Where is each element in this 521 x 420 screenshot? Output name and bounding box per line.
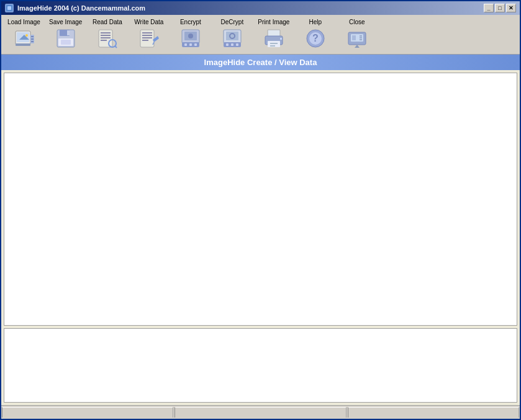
title-controls: _ □ ✕ — [484, 4, 516, 12]
svg-rect-9 — [31, 38, 34, 40]
banner-text: ImageHide Create / View Data — [204, 58, 317, 67]
write-data-label: Write Data — [134, 19, 163, 25]
svg-point-5 — [25, 34, 28, 37]
print-image-icon — [261, 27, 286, 50]
encrypt-icon — [178, 27, 203, 50]
print-image-label: Print Image — [258, 19, 289, 25]
write-data-icon — [137, 27, 161, 50]
minimize-button[interactable]: _ — [484, 4, 494, 12]
load-image-icon — [12, 27, 37, 50]
svg-line-22 — [115, 46, 117, 48]
status-pane-3 — [348, 407, 519, 418]
close-toolbar-button[interactable]: Close — [337, 17, 377, 51]
svg-rect-42 — [231, 43, 233, 46]
svg-text:?: ? — [312, 33, 319, 43]
decrypt-label: DeCrypt — [221, 19, 244, 25]
svg-rect-19 — [101, 37, 111, 38]
status-pane-1 — [2, 407, 173, 418]
svg-rect-26 — [142, 37, 152, 38]
svg-rect-15 — [61, 40, 71, 45]
svg-rect-41 — [226, 43, 229, 46]
svg-rect-18 — [101, 35, 111, 36]
svg-point-32 — [188, 34, 193, 38]
content-area — [1, 70, 520, 405]
status-bar — [1, 405, 520, 419]
help-icon: ? — [303, 27, 328, 50]
encrypt-button[interactable]: Encrypt — [170, 17, 211, 51]
write-data-button[interactable]: Write Data — [129, 17, 169, 51]
encrypt-label: Encrypt — [180, 19, 201, 25]
svg-rect-20 — [101, 40, 107, 41]
toolbar: Load Image Save Image — [1, 15, 520, 55]
svg-rect-47 — [270, 43, 278, 44]
maximize-button[interactable]: □ — [495, 4, 505, 12]
save-image-button[interactable]: Save Image — [45, 17, 86, 51]
close-label: Close — [349, 19, 365, 25]
svg-rect-35 — [189, 43, 192, 46]
banner: ImageHide Create / View Data — [1, 55, 520, 70]
svg-rect-24 — [142, 32, 152, 34]
svg-rect-13 — [67, 30, 70, 35]
svg-rect-6 — [16, 43, 30, 46]
read-data-button[interactable]: Read Data — [87, 17, 127, 51]
svg-rect-49 — [280, 38, 282, 40]
decrypt-icon — [220, 27, 245, 50]
text-input-area[interactable] — [4, 328, 517, 403]
print-image-button[interactable]: Print Image — [253, 17, 294, 51]
svg-marker-59 — [355, 45, 360, 48]
title-bar: ImageHide 2004 (c) Dancemammal.com _ □ ✕ — [1, 1, 520, 15]
decrypt-button[interactable]: DeCrypt — [212, 17, 252, 51]
status-pane-2 — [174, 407, 346, 418]
read-data-label: Read Data — [93, 19, 122, 25]
svg-rect-48 — [270, 45, 275, 47]
save-image-label: Save Image — [49, 19, 82, 25]
svg-rect-34 — [184, 43, 187, 46]
svg-rect-17 — [101, 32, 111, 34]
save-image-icon — [53, 27, 78, 50]
title-bar-left: ImageHide 2004 (c) Dancemammal.com — [5, 4, 145, 12]
close-button[interactable]: ✕ — [506, 4, 516, 12]
svg-rect-1 — [7, 6, 11, 10]
load-image-button[interactable]: Load Image — [4, 17, 44, 51]
load-image-label: Load Image — [7, 19, 40, 25]
svg-rect-10 — [31, 41, 34, 42]
svg-rect-36 — [194, 43, 197, 46]
svg-rect-25 — [142, 35, 152, 36]
main-window: ImageHide 2004 (c) Dancemammal.com _ □ ✕… — [0, 0, 521, 420]
title-text: ImageHide 2004 (c) Dancemammal.com — [17, 4, 145, 12]
svg-rect-43 — [236, 43, 238, 46]
svg-rect-27 — [142, 40, 148, 41]
help-button[interactable]: Help ? — [295, 17, 335, 51]
read-data-icon — [95, 27, 120, 50]
help-label: Help — [309, 19, 322, 25]
main-image-area — [4, 73, 517, 326]
svg-rect-8 — [31, 36, 34, 37]
app-icon — [5, 4, 14, 12]
svg-rect-55 — [352, 35, 356, 40]
close-icon — [345, 27, 369, 50]
